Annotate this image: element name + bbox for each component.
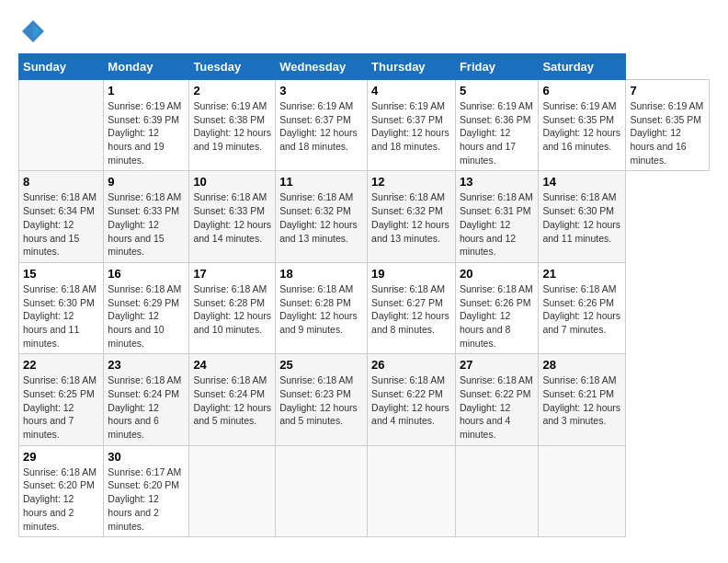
day-number: 6	[542, 84, 621, 98]
day-info: Sunrise: 6:18 AMSunset: 6:26 PMDaylight:…	[460, 282, 535, 350]
day-cell-3: 3Sunrise: 6:19 AMSunset: 6:37 PMDaylight…	[276, 80, 368, 171]
day-cell-17: 17Sunrise: 6:18 AMSunset: 6:28 PMDayligh…	[189, 262, 276, 353]
day-number: 23	[108, 358, 185, 372]
day-number: 11	[279, 175, 363, 189]
column-header-saturday: Saturday	[539, 54, 626, 80]
column-header-sunday: Sunday	[19, 54, 104, 80]
day-cell-6: 6Sunrise: 6:19 AMSunset: 6:35 PMDaylight…	[539, 80, 626, 171]
day-number: 10	[193, 175, 271, 189]
day-info: Sunrise: 6:19 AMSunset: 6:35 PMDaylight:…	[630, 99, 705, 167]
day-cell-14: 14Sunrise: 6:18 AMSunset: 6:30 PMDayligh…	[539, 171, 626, 262]
day-cell-24: 24Sunrise: 6:18 AMSunset: 6:24 PMDayligh…	[189, 354, 276, 445]
day-number: 17	[193, 267, 271, 281]
day-cell-9: 9Sunrise: 6:18 AMSunset: 6:33 PMDaylight…	[104, 171, 189, 262]
day-number: 25	[279, 358, 363, 372]
day-info: Sunrise: 6:18 AMSunset: 6:32 PMDaylight:…	[279, 190, 363, 245]
day-cell-23: 23Sunrise: 6:18 AMSunset: 6:24 PMDayligh…	[104, 354, 189, 445]
day-number: 1	[108, 84, 185, 98]
day-info: Sunrise: 6:18 AMSunset: 6:28 PMDaylight:…	[193, 282, 271, 337]
day-number: 29	[23, 450, 99, 464]
week-row-3: 15Sunrise: 6:18 AMSunset: 6:30 PMDayligh…	[19, 262, 710, 353]
column-header-monday: Monday	[104, 54, 189, 80]
day-info: Sunrise: 6:19 AMSunset: 6:39 PMDaylight:…	[108, 99, 185, 167]
day-info: Sunrise: 6:18 AMSunset: 6:33 PMDaylight:…	[108, 190, 185, 258]
week-row-4: 22Sunrise: 6:18 AMSunset: 6:25 PMDayligh…	[19, 354, 710, 445]
logo	[18, 18, 46, 44]
day-number: 12	[371, 175, 451, 189]
empty-cell	[276, 445, 368, 536]
day-number: 13	[460, 175, 535, 189]
day-number: 15	[23, 267, 99, 281]
calendar-table: SundayMondayTuesdayWednesdayThursdayFrid…	[18, 53, 710, 537]
day-cell-21: 21Sunrise: 6:18 AMSunset: 6:26 PMDayligh…	[539, 262, 626, 353]
day-cell-15: 15Sunrise: 6:18 AMSunset: 6:30 PMDayligh…	[19, 262, 104, 353]
day-number: 5	[460, 84, 535, 98]
day-number: 21	[542, 267, 621, 281]
day-cell-22: 22Sunrise: 6:18 AMSunset: 6:25 PMDayligh…	[19, 354, 104, 445]
day-cell-12: 12Sunrise: 6:18 AMSunset: 6:32 PMDayligh…	[368, 171, 456, 262]
day-number: 3	[279, 84, 363, 98]
day-info: Sunrise: 6:18 AMSunset: 6:24 PMDaylight:…	[108, 373, 185, 441]
day-cell-11: 11Sunrise: 6:18 AMSunset: 6:32 PMDayligh…	[276, 171, 368, 262]
day-number: 19	[371, 267, 451, 281]
day-number: 9	[108, 175, 185, 189]
day-number: 18	[279, 267, 363, 281]
day-info: Sunrise: 6:19 AMSunset: 6:37 PMDaylight:…	[371, 99, 451, 154]
day-number: 14	[542, 175, 621, 189]
day-cell-29: 29Sunrise: 6:18 AMSunset: 6:20 PMDayligh…	[19, 445, 104, 536]
day-number: 22	[23, 358, 99, 372]
day-cell-25: 25Sunrise: 6:18 AMSunset: 6:23 PMDayligh…	[276, 354, 368, 445]
week-row-5: 29Sunrise: 6:18 AMSunset: 6:20 PMDayligh…	[19, 445, 710, 536]
day-info: Sunrise: 6:18 AMSunset: 6:25 PMDaylight:…	[23, 373, 99, 441]
column-header-tuesday: Tuesday	[189, 54, 276, 80]
day-info: Sunrise: 6:19 AMSunset: 6:38 PMDaylight:…	[193, 99, 271, 154]
day-number: 20	[460, 267, 535, 281]
day-cell-26: 26Sunrise: 6:18 AMSunset: 6:22 PMDayligh…	[368, 354, 456, 445]
logo-icon	[20, 18, 46, 44]
day-info: Sunrise: 6:18 AMSunset: 6:32 PMDaylight:…	[371, 190, 451, 245]
day-cell-4: 4Sunrise: 6:19 AMSunset: 6:37 PMDaylight…	[368, 80, 456, 171]
day-number: 26	[371, 358, 451, 372]
day-number: 4	[371, 84, 451, 98]
day-number: 30	[108, 450, 185, 464]
day-info: Sunrise: 6:19 AMSunset: 6:36 PMDaylight:…	[460, 99, 535, 167]
day-info: Sunrise: 6:18 AMSunset: 6:28 PMDaylight:…	[279, 282, 363, 337]
day-info: Sunrise: 6:17 AMSunset: 6:20 PMDaylight:…	[108, 465, 185, 533]
day-cell-30: 30Sunrise: 6:17 AMSunset: 6:20 PMDayligh…	[104, 445, 189, 536]
column-header-wednesday: Wednesday	[276, 54, 368, 80]
day-info: Sunrise: 6:18 AMSunset: 6:22 PMDaylight:…	[371, 373, 451, 428]
page-header	[18, 18, 710, 44]
day-info: Sunrise: 6:18 AMSunset: 6:23 PMDaylight:…	[279, 373, 363, 428]
empty-cell	[19, 80, 104, 171]
empty-cell	[189, 445, 276, 536]
day-cell-16: 16Sunrise: 6:18 AMSunset: 6:29 PMDayligh…	[104, 262, 189, 353]
day-info: Sunrise: 6:18 AMSunset: 6:20 PMDaylight:…	[23, 465, 99, 533]
column-header-thursday: Thursday	[368, 54, 456, 80]
day-info: Sunrise: 6:18 AMSunset: 6:29 PMDaylight:…	[108, 282, 185, 350]
day-cell-13: 13Sunrise: 6:18 AMSunset: 6:31 PMDayligh…	[455, 171, 539, 262]
day-info: Sunrise: 6:18 AMSunset: 6:30 PMDaylight:…	[542, 190, 621, 245]
week-row-1: 1Sunrise: 6:19 AMSunset: 6:39 PMDaylight…	[19, 80, 710, 171]
day-info: Sunrise: 6:19 AMSunset: 6:35 PMDaylight:…	[542, 99, 621, 154]
day-number: 8	[23, 175, 99, 189]
empty-cell	[368, 445, 456, 536]
day-info: Sunrise: 6:18 AMSunset: 6:30 PMDaylight:…	[23, 282, 99, 350]
day-cell-7: 7Sunrise: 6:19 AMSunset: 6:35 PMDaylight…	[626, 80, 710, 171]
day-number: 24	[193, 358, 271, 372]
day-info: Sunrise: 6:18 AMSunset: 6:22 PMDaylight:…	[460, 373, 535, 441]
column-header-friday: Friday	[455, 54, 539, 80]
day-cell-10: 10Sunrise: 6:18 AMSunset: 6:33 PMDayligh…	[189, 171, 276, 262]
day-cell-1: 1Sunrise: 6:19 AMSunset: 6:39 PMDaylight…	[104, 80, 189, 171]
day-cell-5: 5Sunrise: 6:19 AMSunset: 6:36 PMDaylight…	[455, 80, 539, 171]
day-info: Sunrise: 6:18 AMSunset: 6:24 PMDaylight:…	[193, 373, 271, 428]
day-cell-28: 28Sunrise: 6:18 AMSunset: 6:21 PMDayligh…	[539, 354, 626, 445]
day-info: Sunrise: 6:18 AMSunset: 6:27 PMDaylight:…	[371, 282, 451, 337]
day-cell-19: 19Sunrise: 6:18 AMSunset: 6:27 PMDayligh…	[368, 262, 456, 353]
day-number: 27	[460, 358, 535, 372]
day-number: 2	[193, 84, 271, 98]
day-number: 7	[630, 84, 705, 98]
day-info: Sunrise: 6:18 AMSunset: 6:21 PMDaylight:…	[542, 373, 621, 428]
day-cell-8: 8Sunrise: 6:18 AMSunset: 6:34 PMDaylight…	[19, 171, 104, 262]
day-cell-18: 18Sunrise: 6:18 AMSunset: 6:28 PMDayligh…	[276, 262, 368, 353]
day-info: Sunrise: 6:18 AMSunset: 6:26 PMDaylight:…	[542, 282, 621, 337]
